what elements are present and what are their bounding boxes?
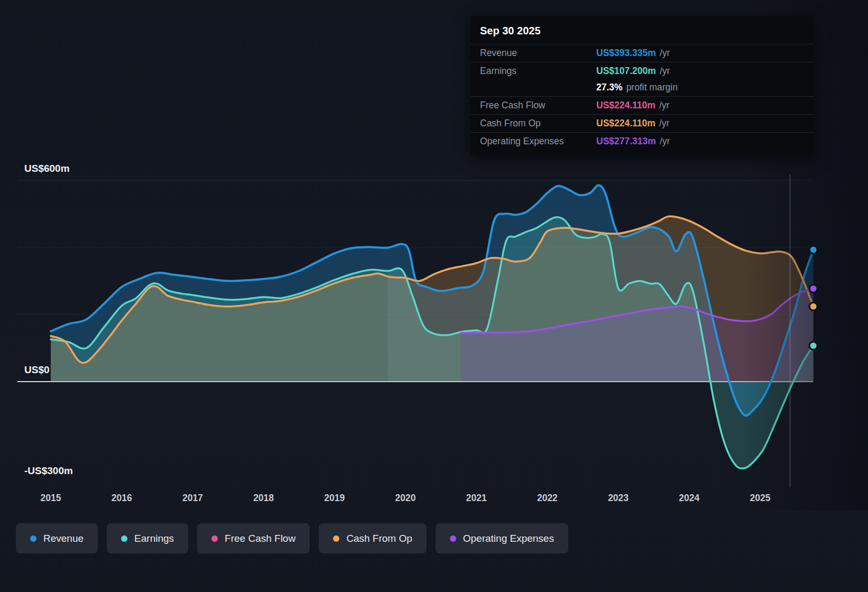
revenue-dot-icon [30,535,36,542]
tooltip-row-profit-margin: 27.3%profit margin [470,79,814,96]
tooltip-suffix: profit margin [626,82,678,92]
legend-cash-from-op[interactable]: Cash From Op [319,523,427,553]
tooltip-value: US$277.313m [596,136,656,146]
tooltip-row-cash-from-op: Cash From Op US$224.110m/yr [470,114,814,132]
tooltip-label: Earnings [480,66,596,77]
legend-revenue[interactable]: Revenue [16,523,98,553]
tooltip-row-earnings: Earnings US$107.200m/yr [470,62,814,80]
tooltip-value: US$393.335m [596,48,656,58]
tooltip-suffix: /yr [660,48,670,58]
operating-expenses-endpoint-dot [809,285,817,293]
x-axis-label-2015: 2015 [41,493,61,503]
x-axis-label-2025: 2025 [750,493,771,503]
tooltip-value-wrap: 27.3%profit margin [596,82,678,93]
legend-label: Cash From Op [346,533,412,544]
free-cash-flow-dot-icon [211,535,218,542]
legend-label: Free Cash Flow [225,533,296,544]
x-axis-label-2021: 2021 [466,493,487,503]
x-axis-label-2016: 2016 [112,493,132,503]
operating-expenses-dot-icon [450,535,456,542]
x-axis-label-2018: 2018 [253,493,274,503]
x-axis-label-2020: 2020 [395,493,416,503]
earnings-dot-icon [121,535,127,542]
cash-from-op-dot-icon [333,535,339,542]
tooltip-label: Revenue [480,48,596,59]
legend-label: Earnings [134,533,174,544]
legend-operating-expenses[interactable]: Operating Expenses [436,523,568,553]
x-axis-label-2017: 2017 [182,493,203,503]
cash-from-op-endpoint-dot [809,302,817,310]
tooltip-suffix: /yr [659,118,669,128]
y-axis-label: -US$300m [24,465,73,476]
tooltip-label: Cash From Op [480,118,596,129]
tooltip-value: US$224.110m [596,100,655,110]
tooltip-row-free-cash-flow: Free Cash Flow US$224.110m/yr [470,96,814,114]
tooltip-value-wrap: US$107.200m/yr [596,66,670,77]
legend-label: Revenue [43,533,84,544]
legend-label: Operating Expenses [463,533,554,544]
tooltip-row-operating-expenses: Operating Expenses US$277.313m/yr [470,132,814,150]
x-axis-label-2023: 2023 [608,493,629,503]
tooltip-value-wrap: US$224.110m/yr [596,100,669,111]
tooltip-value-wrap: US$393.335m/yr [596,48,670,59]
tooltip-label: Free Cash Flow [480,100,596,111]
y-axis-label: US$600m [24,163,70,174]
x-axis-label-2019: 2019 [324,493,345,503]
tooltip-value: US$224.110m [596,118,655,128]
legend-free-cash-flow[interactable]: Free Cash Flow [197,523,310,553]
earnings-revenue-page: US$600mUS$0-US$300m201520162017201820192… [0,0,868,592]
x-axis-label-2022: 2022 [537,493,558,503]
tooltip-suffix: /yr [659,100,669,110]
y-axis-label: US$0 [24,364,50,375]
earnings-endpoint-dot [809,342,817,350]
tooltip-label: Operating Expenses [480,136,596,147]
tooltip-suffix: /yr [660,66,670,76]
tooltip-value: 27.3% [596,82,623,92]
tooltip-value-wrap: US$224.110m/yr [596,118,669,129]
tooltip-suffix: /yr [660,136,670,146]
revenue-endpoint-dot [809,246,817,254]
tooltip-value: US$107.200m [596,66,656,76]
chart-tooltip: Sep 30 2025 Revenue US$393.335m/yr Earni… [470,16,814,155]
chart-legend: Revenue Earnings Free Cash Flow Cash Fro… [16,523,568,553]
tooltip-date: Sep 30 2025 [470,18,814,44]
tooltip-value-wrap: US$277.313m/yr [596,136,670,147]
tooltip-row-revenue: Revenue US$393.335m/yr [470,44,814,62]
legend-earnings[interactable]: Earnings [107,523,188,553]
x-axis-label-2024: 2024 [679,493,699,503]
